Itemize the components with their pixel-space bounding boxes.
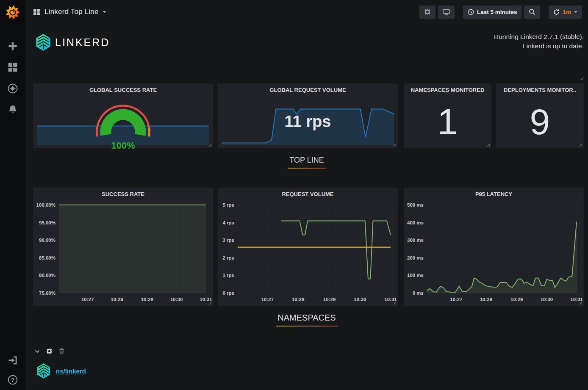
sidebar-item-signin[interactable]	[8, 355, 18, 365]
svg-text:1 rps: 1 rps	[223, 273, 235, 278]
row-controls	[35, 348, 64, 354]
main-area: Linkerd Top Line	[25, 0, 588, 390]
svg-text:5 rps: 5 rps	[223, 202, 235, 207]
dashboard-title-button[interactable]: Linkerd Top Line	[44, 8, 106, 16]
status-line-1: Running Linkerd 2.7.1 (stable).	[494, 32, 584, 41]
row-title[interactable]: TOP LINE	[288, 156, 325, 169]
success-rate-chart: 10:2710:2810:2910:3010:31100.00%95.00%90…	[33, 201, 213, 305]
linkerd-brand: LINKERD	[35, 33, 110, 52]
svg-text:0 rps: 0 rps	[223, 290, 235, 296]
sidebar-bottom-menu: ?	[8, 355, 18, 385]
panel-title[interactable]: DEPLOYMENTS MONITOR..	[496, 84, 583, 96]
svg-text:10:28: 10:28	[480, 297, 493, 302]
namespace-link-row: ns/linkerd	[36, 362, 86, 379]
chevron-down-icon	[103, 11, 106, 13]
linkerd-logo-icon	[35, 33, 52, 52]
linkerd-logo-icon	[36, 362, 51, 379]
row-title[interactable]: NAMESPACES	[276, 313, 337, 326]
row-collapse-button[interactable]	[35, 350, 40, 353]
namespaces-monitored-panel: NAMESPACES MONITORED 1	[404, 83, 491, 148]
row-delete-button[interactable]	[59, 348, 64, 354]
row-settings-button[interactable]	[46, 348, 53, 354]
sidebar-item-dashboards[interactable]	[8, 62, 18, 72]
p95-latency-chart-panel: P95 LATENCY 10:2710:2810:2910:3010:31500…	[404, 188, 584, 306]
panel-title[interactable]: P95 LATENCY	[404, 188, 583, 200]
top-navbar: Linkerd Top Line	[25, 0, 588, 24]
magnifier-icon	[529, 8, 535, 15]
dashboard-settings-button[interactable]	[419, 6, 435, 19]
svg-text:100.00%: 100.00%	[36, 202, 55, 207]
svg-text:3 rps: 3 rps	[223, 238, 235, 243]
sidebar-main-menu	[8, 41, 18, 115]
svg-text:90.00%: 90.00%	[39, 238, 55, 243]
svg-text:10:31: 10:31	[200, 297, 212, 302]
request-volume-chart-panel: REQUEST VOLUME 10:2710:2810:2910:3010:31…	[218, 188, 398, 306]
panel-title[interactable]: NAMESPACES MONITORED	[404, 84, 491, 96]
time-range-button[interactable]: Last 5 minutes	[463, 6, 522, 19]
dashboard-canvas: LINKERD Running Linkerd 2.7.1 (stable). …	[25, 24, 588, 390]
grafana-logo[interactable]	[4, 4, 21, 21]
time-range-label: Last 5 minutes	[477, 9, 517, 15]
namespace-link[interactable]: ns/linkerd	[56, 368, 86, 375]
cycle-view-button[interactable]	[438, 6, 455, 19]
left-sidebar: ?	[0, 0, 25, 390]
svg-text:10:28: 10:28	[292, 297, 305, 302]
svg-text:10:27: 10:27	[81, 297, 94, 302]
trash-icon	[59, 348, 64, 354]
gauge-value: 100%	[33, 140, 213, 151]
panel-title[interactable]: REQUEST VOLUME	[218, 188, 397, 200]
sidebar-item-alerting[interactable]	[8, 105, 18, 115]
panel-title[interactable]: SUCCESS RATE	[33, 188, 213, 200]
row-header-namespaces: NAMESPACES	[25, 313, 588, 326]
svg-text:80.00%: 80.00%	[39, 273, 55, 278]
sidebar-item-explore[interactable]	[8, 83, 18, 94]
svg-text:10:27: 10:27	[450, 297, 462, 302]
stat-value: 11 rps	[218, 96, 397, 148]
global-success-rate-panel: GLOBAL SUCCESS RATE 100%	[33, 83, 213, 148]
svg-text:10:28: 10:28	[111, 297, 123, 302]
svg-text:2 rps: 2 rps	[223, 255, 235, 260]
header-text-panel: LINKERD Running Linkerd 2.7.1 (stable). …	[33, 30, 585, 81]
panel-resize-handle[interactable]	[580, 76, 583, 80]
row-header-top-line: TOP LINE	[25, 156, 588, 169]
clock-icon	[468, 9, 474, 15]
plus-icon	[8, 41, 17, 51]
svg-text:10:27: 10:27	[261, 297, 274, 302]
grafana-flame-icon	[5, 4, 21, 20]
linkerd-status-text: Running Linkerd 2.7.1 (stable). Linkerd …	[494, 32, 584, 51]
svg-text:4 rps: 4 rps	[223, 220, 235, 225]
refresh-icon	[553, 9, 560, 15]
sidebar-item-help[interactable]: ?	[8, 375, 18, 385]
chevron-down-icon	[574, 11, 577, 13]
svg-text:10:29: 10:29	[323, 297, 336, 302]
zoom-out-button[interactable]	[524, 6, 540, 19]
svg-text:10:30: 10:30	[170, 297, 183, 302]
refresh-button[interactable]: 1m	[549, 6, 582, 19]
svg-text:?: ?	[11, 377, 14, 383]
svg-text:300 ms: 300 ms	[407, 238, 424, 243]
p95-latency-chart: 10:2710:2810:2910:3010:31500 ms400 ms300…	[404, 201, 583, 305]
dashboards-grid-icon	[8, 62, 18, 72]
success-rate-chart-panel: SUCCESS RATE 10:2710:2810:2910:3010:3110…	[33, 188, 213, 306]
request-volume-chart: 10:2710:2810:2910:3010:315 rps4 rps3 rps…	[218, 201, 397, 305]
svg-text:400 ms: 400 ms	[407, 220, 424, 225]
svg-text:75.00%: 75.00%	[39, 290, 55, 296]
linkerd-logo-text: LINKERD	[55, 36, 110, 49]
svg-text:10:31: 10:31	[570, 297, 583, 302]
gear-icon	[424, 8, 431, 15]
tv-monitor-icon	[443, 8, 450, 15]
sidebar-item-create[interactable]	[8, 41, 18, 51]
explore-compass-icon	[8, 83, 18, 94]
sign-in-icon	[8, 355, 18, 365]
help-icon: ?	[8, 375, 18, 385]
svg-text:85.00%: 85.00%	[39, 255, 55, 260]
dashboard-grid-icon	[33, 8, 40, 16]
deployments-monitored-panel: DEPLOYMENTS MONITOR.. 9	[496, 83, 584, 148]
svg-text:95.00%: 95.00%	[39, 220, 55, 225]
svg-text:0 ms: 0 ms	[413, 290, 424, 296]
svg-text:10:29: 10:29	[141, 297, 153, 302]
svg-text:200 ms: 200 ms	[407, 255, 424, 260]
global-request-volume-panel: GLOBAL REQUEST VOLUME 11 rps	[218, 83, 398, 148]
alerting-bell-icon	[8, 105, 17, 115]
stat-value: 9	[496, 96, 583, 148]
